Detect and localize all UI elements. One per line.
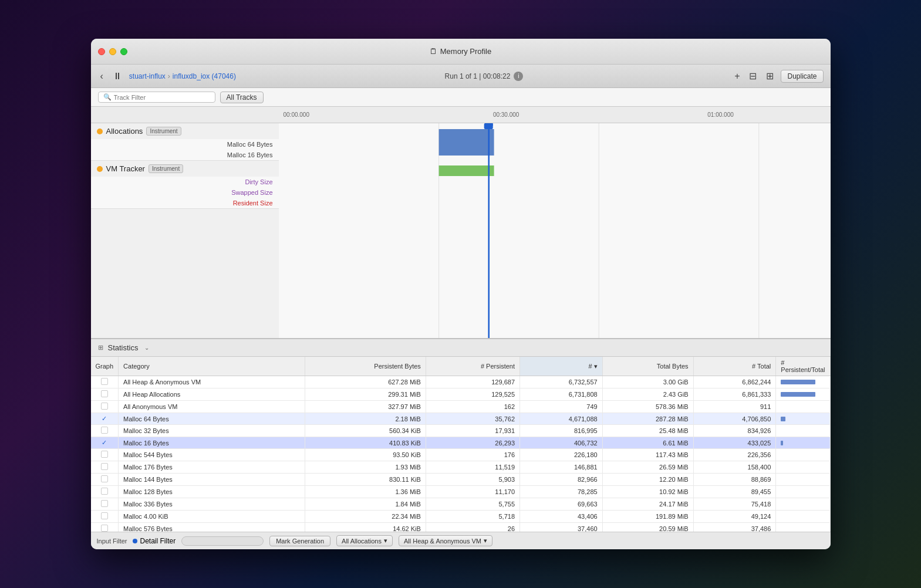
row-checkbox[interactable] <box>91 474 119 486</box>
table-row[interactable]: Malloc 4.00 KiB 22.34 MiB 5,718 43,406 1… <box>91 511 831 523</box>
run-info: Run 1 of 1 | 00:08:22 i <box>445 72 524 81</box>
table-row[interactable]: Malloc 32 Bytes 560.34 KiB 17,931 816,99… <box>91 425 831 437</box>
row-bar-cell <box>776 388 830 401</box>
tracks-right-panel[interactable] <box>279 123 831 338</box>
table-row[interactable]: All Anonymous VM 327.97 MiB 162 749 578.… <box>91 401 831 413</box>
row-checkbox[interactable]: ✓ <box>91 437 119 449</box>
checkbox-empty[interactable] <box>101 463 108 470</box>
track-name-vmtracker: VM Tracker <box>106 164 145 173</box>
row-checkbox[interactable] <box>91 449 119 461</box>
stats-chevron[interactable]: ⌄ <box>144 344 149 351</box>
row-total-bytes: 2.43 GiB <box>602 388 693 401</box>
row-checkbox[interactable]: ✓ <box>91 413 119 425</box>
col-persistent-bytes[interactable]: Persistent Bytes <box>305 357 426 376</box>
table-row[interactable]: ✓ Malloc 64 Bytes 2.18 MiB 35,762 4,671,… <box>91 413 831 425</box>
track-group-allocations: Allocations Instrument Malloc 64 Bytes M… <box>91 123 279 161</box>
col-num[interactable]: # ▾ <box>520 357 603 376</box>
layout-button[interactable]: ⊟ <box>747 69 759 83</box>
instrument-badge-vmtracker[interactable]: Instrument <box>149 164 183 173</box>
col-num-persistent[interactable]: # Persistent <box>426 357 519 376</box>
row-category: Malloc 176 Bytes <box>119 461 305 474</box>
table-row[interactable]: ✓ Malloc 16 Bytes 410.83 KiB 26,293 406,… <box>91 437 831 449</box>
row-num: 6,731,808 <box>520 388 603 401</box>
checkbox-empty[interactable] <box>101 475 108 482</box>
pause-button[interactable]: ⏸ <box>110 70 124 83</box>
row-checkbox[interactable] <box>91 376 119 388</box>
table-row[interactable]: All Heap Allocations 299.31 MiB 129,525 … <box>91 388 831 401</box>
table-row[interactable]: Malloc 544 Bytes 93.50 KiB 176 226,180 1… <box>91 449 831 461</box>
row-checkbox[interactable] <box>91 498 119 511</box>
track-dot-vmtracker <box>97 166 103 172</box>
info-button[interactable]: i <box>514 72 523 81</box>
row-checkbox[interactable] <box>91 401 119 413</box>
col-total-bytes[interactable]: Total Bytes <box>602 357 693 376</box>
stats-table-body: All Heap & Anonymous VM 627.28 MiB 129,6… <box>91 376 831 532</box>
stats-table-wrapper[interactable]: Graph Category Persistent Bytes # Persis… <box>91 357 831 532</box>
row-category: Malloc 336 Bytes <box>119 498 305 511</box>
duplicate-button[interactable]: Duplicate <box>781 70 823 83</box>
track-header-allocations[interactable]: Allocations Instrument <box>91 123 279 139</box>
instrument-badge-allocations[interactable]: Instrument <box>146 127 181 136</box>
allocations-chevron: ▾ <box>384 537 387 545</box>
row-checkbox[interactable] <box>91 511 119 523</box>
row-num-persistent: 129,525 <box>426 388 519 401</box>
row-total-bytes: 24.17 MiB <box>602 498 693 511</box>
table-row[interactable]: Malloc 176 Bytes 1.93 MiB 11,519 146,881… <box>91 461 831 474</box>
breadcrumb-project[interactable]: stuart-influx <box>129 72 166 80</box>
heap-anonymous-select[interactable]: All Heap & Anonymous VM ▾ <box>399 535 492 546</box>
detail-filter-button[interactable]: Detail Filter <box>133 537 176 545</box>
expand-button[interactable]: ⊞ <box>764 69 776 83</box>
all-tracks-button[interactable]: All Tracks <box>220 92 264 103</box>
table-row[interactable]: Malloc 128 Bytes 1.36 MiB 11,170 78,285 … <box>91 486 831 498</box>
track-group-vmtracker: VM Tracker Instrument Dirty Size Swapped… <box>91 161 279 209</box>
row-num: 78,285 <box>520 486 603 498</box>
svg-rect-0 <box>279 123 831 338</box>
col-num-total[interactable]: # Total <box>693 357 776 376</box>
checkbox-empty[interactable] <box>101 488 108 495</box>
mark-generation-button[interactable]: Mark Generation <box>269 536 330 546</box>
checkbox-empty[interactable] <box>101 500 108 507</box>
all-allocations-select[interactable]: All Allocations ▾ <box>336 535 393 546</box>
row-num-persistent: 17,931 <box>426 425 519 437</box>
close-button[interactable] <box>98 48 105 55</box>
row-total-bytes: 20.59 MiB <box>602 523 693 532</box>
row-total-bytes: 10.92 MiB <box>602 486 693 498</box>
main-window: 🗒 Memory Profile ‹ ⏸ stuart-influx › inf… <box>91 39 831 549</box>
track-name-allocations: Allocations <box>106 127 143 136</box>
checkbox-empty[interactable] <box>101 525 108 532</box>
row-checkbox[interactable] <box>91 486 119 498</box>
checkbox-empty[interactable] <box>101 451 108 458</box>
table-row[interactable]: Malloc 336 Bytes 1.84 MiB 5,755 69,663 2… <box>91 498 831 511</box>
bar-container <box>781 379 825 386</box>
row-num-total: 6,862,244 <box>693 376 776 388</box>
table-row[interactable]: Malloc 144 Bytes 830.11 KiB 5,903 82,966… <box>91 474 831 486</box>
checkbox-empty[interactable] <box>101 390 108 397</box>
row-checkbox[interactable] <box>91 425 119 437</box>
checkbox-empty[interactable] <box>101 512 108 519</box>
filter-slider[interactable] <box>181 536 264 546</box>
checkbox-empty[interactable] <box>101 378 108 385</box>
table-row[interactable]: All Heap & Anonymous VM 627.28 MiB 129,6… <box>91 376 831 388</box>
track-header-vmtracker[interactable]: VM Tracker Instrument <box>91 161 279 177</box>
checkbox-empty[interactable] <box>101 427 108 434</box>
row-bar-cell <box>776 461 830 474</box>
breadcrumb-target[interactable]: influxdb_iox (47046) <box>173 72 236 80</box>
row-checkbox[interactable] <box>91 388 119 401</box>
row-num-total: 75,418 <box>693 498 776 511</box>
row-checkbox[interactable] <box>91 461 119 474</box>
row-total-bytes: 26.59 MiB <box>602 461 693 474</box>
minimize-button[interactable] <box>109 48 116 55</box>
bar-container <box>781 440 825 447</box>
row-checkbox[interactable] <box>91 523 119 532</box>
row-category: All Heap & Anonymous VM <box>119 376 305 388</box>
row-num: 69,663 <box>520 498 603 511</box>
add-button[interactable]: + <box>732 70 742 83</box>
checkbox-empty[interactable] <box>101 403 108 410</box>
col-category[interactable]: Category <box>119 357 305 376</box>
table-row[interactable]: Malloc 576 Bytes 14.62 KiB 26 37,460 20.… <box>91 523 831 532</box>
back-button[interactable]: ‹ <box>98 70 106 83</box>
col-persistent-ratio[interactable]: # Persistent/Total <box>776 357 830 376</box>
row-persistent-bytes: 1.84 MiB <box>305 498 426 511</box>
maximize-button[interactable] <box>120 48 127 55</box>
search-input[interactable] <box>114 94 202 101</box>
